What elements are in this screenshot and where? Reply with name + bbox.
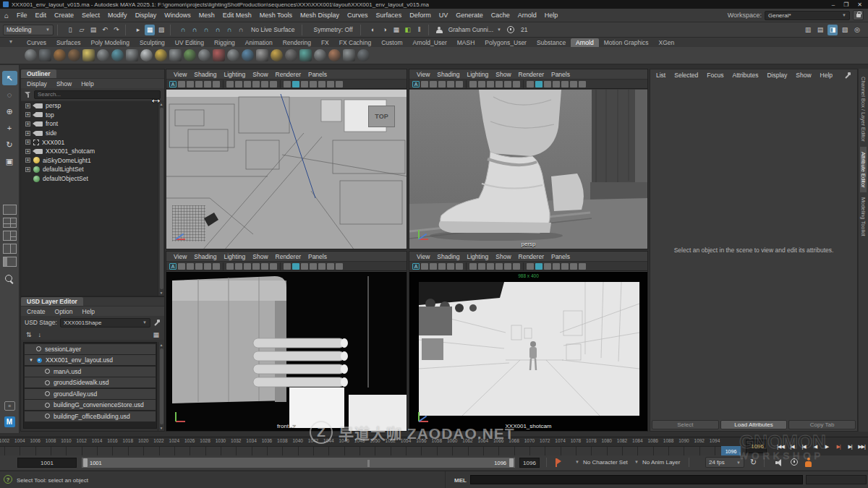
current-frame-field[interactable]: 1096 <box>746 440 767 453</box>
chevron-down-icon[interactable]: ▼ <box>575 460 579 464</box>
film-gate-icon[interactable] <box>469 263 477 270</box>
menu-mesh-tools[interactable]: Mesh Tools <box>260 12 292 19</box>
image-plane-icon[interactable] <box>430 263 437 270</box>
outliner-item-side[interactable]: +side <box>21 129 158 138</box>
shaded-icon[interactable] <box>292 81 299 87</box>
shadows-icon[interactable] <box>561 263 569 270</box>
textured-icon[interactable] <box>544 81 551 87</box>
shelf-tab-polygons-user[interactable]: Polygons_User <box>480 38 532 47</box>
rotate-tool[interactable]: ↻ <box>2 137 17 152</box>
menu-curves[interactable]: Curves <box>347 12 368 19</box>
viewport-menu-show[interactable]: Show <box>252 253 268 260</box>
camera-settings-icon[interactable] <box>204 81 211 87</box>
layer-view-options-icon[interactable]: ▦ <box>153 331 159 338</box>
go-to-end-button[interactable]: ▶▶| <box>856 439 867 454</box>
tool-settings-toggle-icon[interactable]: ▧ <box>840 25 850 35</box>
shelf-item-icon-3[interactable] <box>54 49 66 61</box>
shelf-item-icon-11[interactable] <box>169 49 182 61</box>
outliner-item-defaultlightset[interactable]: +defaultLightSet <box>21 165 158 174</box>
load-attributes-button[interactable]: Load Attributes <box>720 420 788 429</box>
camera-attributes-icon[interactable]: A <box>412 263 420 270</box>
outliner-item-xxx001-shotcam[interactable]: +XXX001_shotcam <box>21 147 158 156</box>
shelf-item-icon-16[interactable] <box>242 49 254 61</box>
shelf-item-icon-8[interactable] <box>126 49 138 61</box>
camera-settings-icon[interactable] <box>447 263 454 270</box>
current-time-marker[interactable]: 1096 <box>721 446 741 456</box>
image-plane-icon[interactable] <box>187 263 194 270</box>
camera-attributes-icon[interactable]: A <box>169 81 176 87</box>
redo-icon[interactable]: ↷ <box>111 25 122 35</box>
viewport-menu-view[interactable]: View <box>174 253 187 260</box>
camera-attributes-icon[interactable]: A <box>412 81 420 87</box>
undo-icon[interactable]: ↶ <box>100 25 110 35</box>
shelf-item-icon-20[interactable] <box>299 49 312 61</box>
character-set-dropdown[interactable]: No Character Set <box>583 459 628 466</box>
viewport-menu-renderer[interactable]: Renderer <box>276 71 301 78</box>
close-button[interactable]: ✕ <box>857 1 862 8</box>
shaded-icon[interactable] <box>535 263 542 270</box>
field-chart-icon[interactable] <box>495 263 503 270</box>
outliner-menu-show[interactable]: Show <box>56 80 72 87</box>
viewport-menu-view[interactable]: View <box>174 71 187 78</box>
move-tool[interactable]: + <box>2 121 17 135</box>
outliner-item-xxx001[interactable]: +XXX001 <box>21 137 158 147</box>
workspace-dropdown[interactable]: General* ▼ <box>765 11 850 20</box>
pin-icon[interactable] <box>153 319 161 326</box>
home-icon[interactable]: ⌂ <box>4 12 9 20</box>
shelf-item-icon-23[interactable] <box>343 49 355 61</box>
outliner-item-defaultobjectset[interactable]: +defaultObjectSet <box>21 174 158 184</box>
shelf-item-icon-17[interactable] <box>256 49 268 61</box>
side-tab-modeling-toolkit[interactable]: Modeling Toolkit <box>860 192 867 241</box>
viewport-menu-panels[interactable]: Panels <box>551 71 570 78</box>
layer-target-icon[interactable] <box>36 346 41 351</box>
textured-icon[interactable] <box>301 81 308 87</box>
menu-deform[interactable]: Deform <box>409 12 431 19</box>
usd-menu-option[interactable]: Option <box>55 308 73 315</box>
shelf-item-icon-18[interactable] <box>271 49 283 61</box>
layout-single-pane-button[interactable] <box>3 205 17 215</box>
chevron-down-icon[interactable]: ▼ <box>634 460 639 464</box>
usd-layer-buildingf-officebuilding-usd[interactable]: buildingF_officeBuilding.usd <box>25 411 156 421</box>
sidebar-toggle-icon[interactable]: ▥ <box>803 25 813 35</box>
screen-space-ao-icon[interactable] <box>570 263 577 270</box>
motion-blur-icon[interactable] <box>579 81 586 87</box>
gate-mask-icon[interactable] <box>244 263 251 270</box>
layout-two-pane-button[interactable] <box>3 244 17 254</box>
camera-settings-icon[interactable] <box>204 263 211 270</box>
time-slider[interactable]: 1002100410061008101010121014101610181020… <box>0 437 868 455</box>
film-gate-icon[interactable] <box>469 81 477 87</box>
menu-file[interactable]: File <box>17 12 27 19</box>
attribute-menu-display[interactable]: Display <box>767 72 787 79</box>
attribute-menu-attributes[interactable]: Attributes <box>732 72 758 79</box>
shelf-tab-arnold-user[interactable]: Arnold_User <box>407 38 451 47</box>
scale-tool[interactable]: ▣ <box>2 154 17 168</box>
shelf-item-icon-24[interactable] <box>357 49 370 61</box>
shelf-item-icon-13[interactable] <box>198 49 210 61</box>
menu-surfaces[interactable]: Surfaces <box>376 12 402 19</box>
copy-tab-button[interactable]: Copy Tab <box>788 420 856 429</box>
resolution-gate-icon[interactable] <box>478 81 485 87</box>
side-tab-attribute-editor[interactable]: Attribute Editor <box>860 147 867 193</box>
command-line-language-toggle[interactable]: MEL <box>454 477 467 484</box>
shelf-tab-arnold[interactable]: Arnold <box>571 38 599 47</box>
save-scene-icon[interactable]: ▤ <box>88 25 98 35</box>
step-back-frame-button[interactable]: |◀ <box>786 439 798 454</box>
shelf-tab-motion-graphics[interactable]: Motion Graphics <box>599 38 654 47</box>
scroll-down-icon[interactable]: ▼ <box>160 426 163 430</box>
field-chart-icon[interactable] <box>252 81 260 87</box>
shelf-item-icon-5[interactable] <box>82 49 95 61</box>
step-forward-frame-button[interactable]: ▶| <box>844 439 856 454</box>
animation-end-field[interactable]: 1096 <box>519 458 540 468</box>
layer-target-icon[interactable] <box>45 414 50 419</box>
attribute-menu-show[interactable]: Show <box>796 72 811 79</box>
channel-box-toggle-icon[interactable]: ▤ <box>815 25 825 35</box>
select-component-icon[interactable]: ▨ <box>156 25 166 35</box>
scrollbar-thumb[interactable] <box>160 108 163 289</box>
expand-icon[interactable]: + <box>25 112 30 117</box>
live-surface-field[interactable]: No Live Surface <box>247 26 298 33</box>
wireframe-icon[interactable] <box>527 81 534 87</box>
attribute-menu-selected[interactable]: Selected <box>674 72 698 79</box>
snap-to-grid-icon[interactable]: ∩ <box>178 25 188 35</box>
shadows-icon[interactable] <box>561 81 569 87</box>
outliner-menu-display[interactable]: Display <box>27 80 47 87</box>
